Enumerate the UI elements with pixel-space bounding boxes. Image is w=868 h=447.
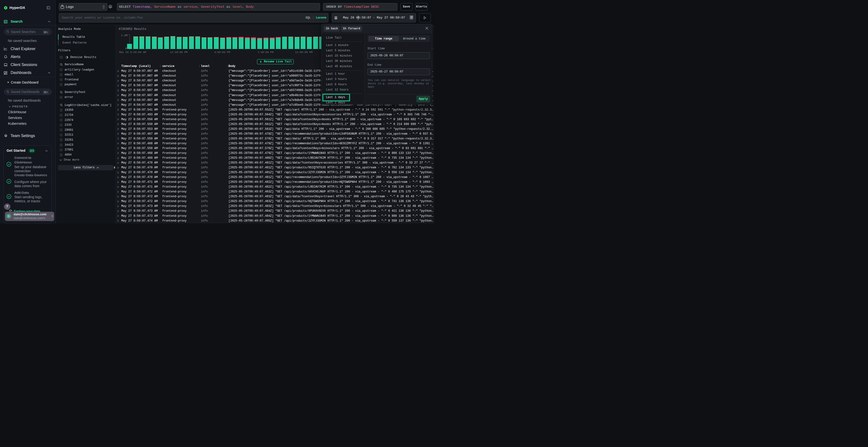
svg-text:K: K bbox=[46, 91, 48, 94]
svg-text:K: K bbox=[46, 31, 48, 33]
